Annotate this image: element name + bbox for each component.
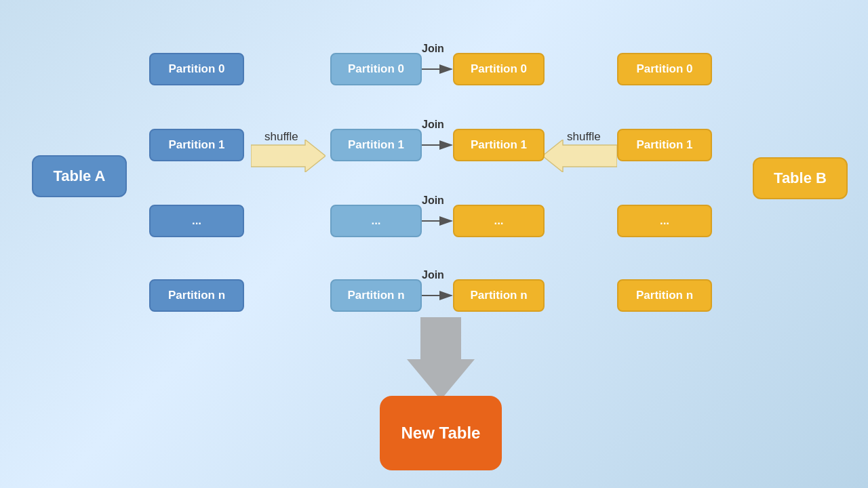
left-partition-n: Partition n: [149, 279, 244, 312]
new-table: New Table: [380, 396, 502, 470]
join-label-1: Join: [422, 119, 444, 131]
shuffle-right-label: shuffle: [264, 130, 298, 144]
svg-marker-8: [251, 140, 326, 172]
shuffle-left-label: shuffle: [567, 130, 601, 144]
table-b: Table B: [753, 157, 848, 199]
right-yellow-partition-n: Partition n: [617, 279, 712, 312]
center-yellow-partition-n: Partition n: [453, 279, 545, 312]
right-yellow-partition-dots: ...: [617, 205, 712, 237]
center-yellow-partition-dots: ...: [453, 205, 545, 237]
join-label-dots: Join: [422, 195, 444, 207]
left-partition-1: Partition 1: [149, 129, 244, 161]
left-partition-0: Partition 0: [149, 53, 244, 85]
center-yellow-partition-1: Partition 1: [453, 129, 545, 161]
center-yellow-partition-0: Partition 0: [453, 53, 545, 85]
shuffle-left-arrow: [542, 140, 617, 172]
shuffle-right-arrow: [251, 140, 326, 172]
right-yellow-partition-0: Partition 0: [617, 53, 712, 85]
center-blue-partition-1: Partition 1: [330, 129, 422, 161]
right-yellow-partition-1: Partition 1: [617, 129, 712, 161]
svg-marker-9: [542, 140, 617, 172]
left-partition-dots: ...: [149, 205, 244, 237]
diagram: shuffle shuffle Table A Table B Partitio…: [0, 0, 868, 488]
table-a: Table A: [32, 155, 127, 197]
join-label-0: Join: [422, 43, 444, 55]
center-blue-partition-0: Partition 0: [330, 53, 422, 85]
center-blue-partition-dots: ...: [330, 205, 422, 237]
svg-marker-7: [407, 317, 475, 400]
center-blue-partition-n: Partition n: [330, 279, 422, 312]
join-label-n: Join: [422, 269, 444, 281]
